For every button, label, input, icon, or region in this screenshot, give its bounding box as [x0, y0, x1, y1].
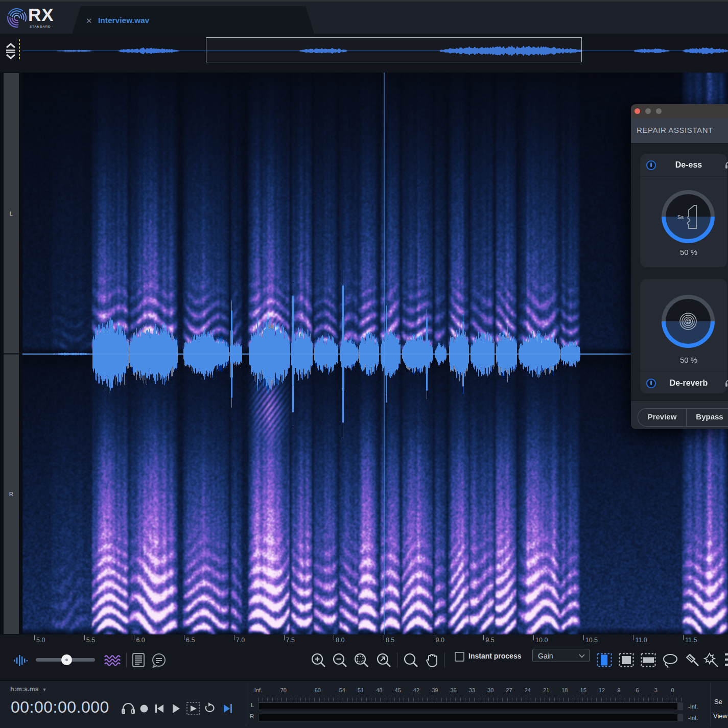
- svg-text:Ss: Ss: [677, 215, 684, 220]
